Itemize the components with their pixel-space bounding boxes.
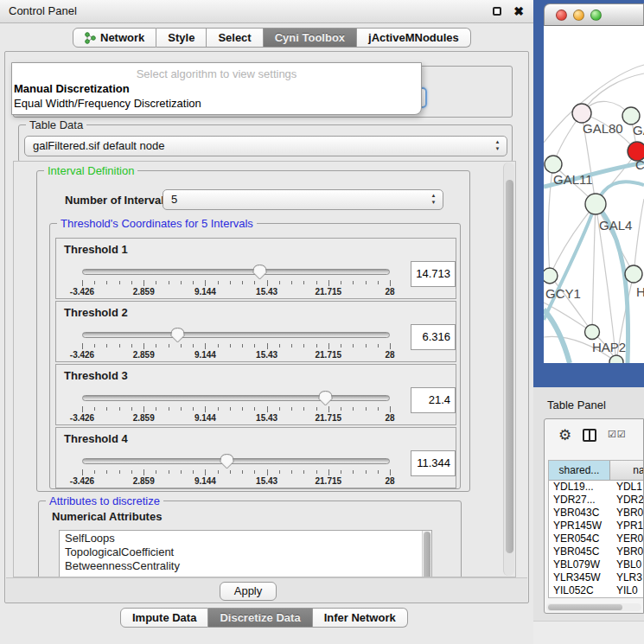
number-of-intervals-combobox[interactable]: 5 ▲▼ bbox=[163, 189, 443, 210]
tab-jactivemnodules[interactable]: jActiveMNodules bbox=[357, 28, 471, 48]
scrollbar-thumb[interactable] bbox=[506, 180, 513, 553]
tick-mark bbox=[366, 281, 367, 284]
slider-handle-icon[interactable] bbox=[252, 264, 267, 280]
table-cell: YPR145W bbox=[549, 520, 612, 532]
table-row[interactable]: YER054CYER0 bbox=[549, 532, 644, 545]
threshold-value-field[interactable]: 11.344 bbox=[411, 450, 456, 476]
algorithm-item-equal-width[interactable]: Equal Width/Frequency Discretization bbox=[12, 96, 421, 111]
tick-mark bbox=[82, 469, 83, 475]
tick-mark bbox=[181, 344, 182, 348]
tab-discretize-data[interactable]: Discretize Data bbox=[208, 608, 312, 628]
table-horizontal-scrollbar[interactable] bbox=[546, 603, 641, 611]
threshold-value-field[interactable]: 21.4 bbox=[411, 387, 456, 413]
table-row[interactable]: YDL19...YDL1 bbox=[549, 481, 644, 494]
tick-mark bbox=[390, 280, 391, 286]
tick-mark bbox=[143, 469, 144, 475]
tab-select[interactable]: Select bbox=[207, 28, 263, 48]
table-row[interactable]: YLR345WYLR3 bbox=[549, 571, 644, 584]
table-row[interactable]: YBL079WYBL0 bbox=[549, 558, 644, 571]
float-window-icon[interactable] bbox=[493, 7, 501, 16]
node-gal11[interactable] bbox=[545, 156, 562, 173]
table-row[interactable]: YBR043CYBR0 bbox=[549, 507, 644, 520]
slider-track[interactable] bbox=[82, 458, 390, 464]
threshold-panel: Threshold 4 -3.4262.8599.14415.4321.7152… bbox=[55, 427, 456, 488]
minimize-traffic-light-icon[interactable] bbox=[573, 10, 584, 21]
tab-infer-network[interactable]: Infer Network bbox=[313, 608, 408, 628]
close-traffic-light-icon[interactable] bbox=[556, 10, 567, 21]
table-row[interactable]: YPR145WYPR1 bbox=[549, 520, 644, 532]
node-partial[interactable] bbox=[609, 355, 623, 363]
slider-track[interactable] bbox=[82, 395, 390, 401]
number-of-intervals-label: Number of Intervals bbox=[65, 194, 170, 207]
tab-style[interactable]: Style bbox=[156, 28, 207, 48]
algorithm-placeholder-item[interactable]: Select algorithm to view settings bbox=[12, 63, 421, 81]
network-canvas[interactable]: GAL80 GA C GAL11 GAL4 GCY1 H HAP2 bbox=[544, 26, 644, 363]
scrollbar-thumb[interactable] bbox=[548, 604, 622, 610]
node-ga[interactable] bbox=[622, 107, 640, 124]
attribute-item[interactable]: SelfLoops bbox=[60, 531, 431, 545]
top-tab-bar: NetworkStyleSelectCyni ToolboxjActiveMNo… bbox=[73, 28, 471, 48]
numerical-attributes-list[interactable]: SelfLoopsTopologicalCoefficientBetweenne… bbox=[59, 530, 432, 577]
settings-scrollbar[interactable] bbox=[503, 163, 514, 576]
tick-mark bbox=[267, 343, 268, 349]
tick-mark bbox=[82, 280, 83, 286]
attributes-list-scrollbar[interactable] bbox=[422, 531, 431, 577]
number-of-intervals-value: 5 bbox=[171, 190, 177, 209]
node-gal80[interactable] bbox=[572, 104, 591, 123]
tick-mark bbox=[390, 469, 391, 475]
tick-mark bbox=[156, 281, 156, 284]
slider-track[interactable] bbox=[82, 332, 390, 338]
node-h[interactable] bbox=[625, 265, 642, 283]
table-panel: Table Panel ⚙ ☑☑ shared...na YDL19...YDL… bbox=[533, 387, 644, 644]
tick-mark bbox=[291, 470, 292, 474]
slider-handle-icon[interactable] bbox=[170, 327, 185, 343]
node-gal4[interactable] bbox=[585, 194, 606, 214]
tab-network[interactable]: Network bbox=[73, 28, 156, 48]
tick-mark bbox=[205, 406, 206, 412]
algorithm-item-manual[interactable]: Manual Discretization bbox=[12, 81, 421, 96]
scrollbar-thumb[interactable] bbox=[424, 532, 430, 577]
table-data-combobox[interactable]: galFiltered.sif default node ▲▼ bbox=[24, 136, 507, 156]
table-column-header[interactable]: shared... bbox=[549, 461, 610, 480]
slider-track[interactable] bbox=[82, 269, 390, 275]
attribute-item[interactable]: TopologicalCoefficient bbox=[60, 545, 431, 558]
tick-mark bbox=[205, 469, 206, 475]
tick-mark bbox=[181, 470, 182, 474]
tick-mark bbox=[353, 281, 354, 284]
tick-mark bbox=[169, 470, 169, 474]
table-column-header[interactable]: na bbox=[610, 461, 644, 480]
slider-handle-icon[interactable] bbox=[220, 453, 234, 469]
tick-label: -3.426 bbox=[70, 287, 94, 296]
apply-button[interactable]: Apply bbox=[220, 582, 277, 601]
attribute-item[interactable]: BetweennessCentrality bbox=[60, 558, 431, 572]
zoom-traffic-light-icon[interactable] bbox=[590, 10, 602, 21]
table-data-title: Table Data bbox=[26, 118, 86, 131]
tick-mark bbox=[267, 469, 268, 475]
gear-icon[interactable]: ⚙ bbox=[558, 426, 571, 444]
node-attribute-table[interactable]: shared...na YDL19...YDL1YDR27...YDR2YBR0… bbox=[548, 460, 644, 598]
slider-handle-icon[interactable] bbox=[318, 390, 333, 406]
table-row[interactable]: YBR045CYBR0 bbox=[549, 545, 644, 558]
tick-mark bbox=[205, 280, 206, 286]
tick-label: 2.859 bbox=[133, 476, 155, 486]
table-row[interactable]: YIL052CYIL0 bbox=[549, 584, 644, 597]
node-hap2[interactable] bbox=[585, 325, 600, 340]
threshold-value-field[interactable]: 6.316 bbox=[411, 324, 456, 350]
close-icon[interactable]: ✖ bbox=[513, 4, 524, 18]
tick-label: 28 bbox=[385, 350, 394, 360]
tick-mark bbox=[218, 344, 219, 348]
column-layout-icon[interactable] bbox=[583, 429, 596, 442]
table-row[interactable]: YDR27...YDR2 bbox=[549, 494, 644, 507]
settings-scrollpane: Interval Definition Number of Intervals … bbox=[13, 161, 516, 577]
tick-mark bbox=[328, 406, 329, 412]
tab-cyni-toolbox[interactable]: Cyni Toolbox bbox=[264, 28, 357, 48]
tick-label: 21.715 bbox=[316, 350, 342, 360]
threshold-value-field[interactable]: 14.713 bbox=[411, 261, 456, 287]
node-gcy1[interactable] bbox=[544, 268, 558, 284]
tick-mark bbox=[291, 281, 292, 284]
table-data-group: Table Data galFiltered.sif default node … bbox=[18, 124, 513, 163]
tab-impute-data[interactable]: Impute Data bbox=[120, 608, 208, 628]
checkbox-icons[interactable]: ☑☑ bbox=[608, 429, 627, 440]
tick-label: 28 bbox=[385, 476, 394, 486]
control-panel-titlebar: Control Panel ✖ bbox=[0, 0, 534, 23]
